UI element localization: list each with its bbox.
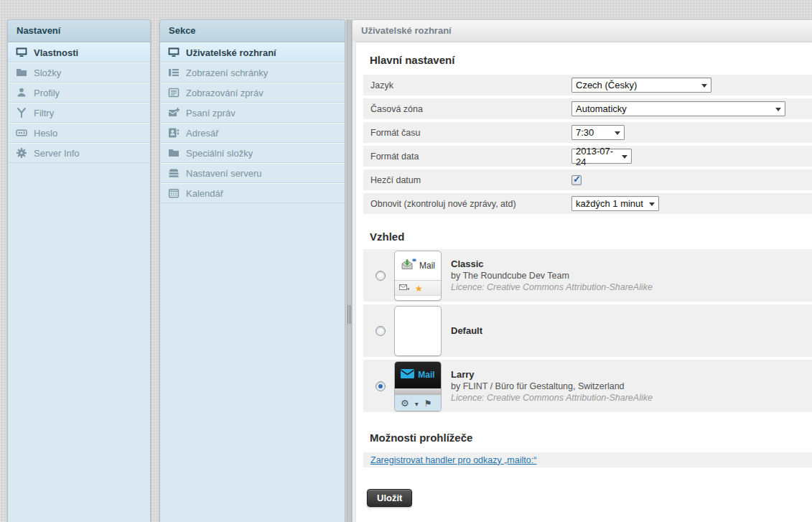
theme-thumbnail-default[interactable] [394,306,442,356]
section-item-label: Zobrazení schránky [186,67,268,78]
section-item-label: Speciální složky [186,148,253,159]
sidebar-item-label: Server Info [34,148,80,159]
theme-thumbnail-classic[interactable]: Mail [394,251,442,301]
section-item-specialni-slozky[interactable]: Speciální složky [160,143,345,163]
sidebar-item-label: Filtry [34,108,54,118]
time-format-select[interactable]: 7:30 [571,125,625,140]
star-icon [415,281,423,294]
message-view-icon [167,87,179,98]
chevron-down-icon [615,131,620,138]
theme-radio-default[interactable] [375,326,386,336]
person-icon [15,87,27,98]
select-value: 2013-07-24 [576,146,617,167]
sidebar-item-label: Heslo [34,128,57,139]
chevron-down-icon [622,155,627,162]
form-row-date-format: Formát data 2013-07-24 [363,146,812,167]
theme-row-default: Default [363,304,812,357]
theme-name: Default [451,325,482,336]
chevron-down-icon [415,396,419,409]
general-settings-heading: Hlavní nastavení [370,42,812,66]
save-button[interactable]: Uložit [367,489,412,507]
server-icon [167,167,179,179]
pretty-date-checkbox[interactable] [571,175,582,185]
sections-panel: Sekce Uživatelské rozhraní Zobrazení sch… [159,19,345,522]
sidebar-item-vlastnosti[interactable]: Vlastnosti [8,42,150,62]
theme-radio-classic[interactable] [375,271,386,281]
password-icon [15,127,27,139]
section-item-kalendar[interactable]: Kalendář [160,183,345,203]
mailto-handler-link[interactable]: Zaregistrovat handler pro odkazy „mailto… [370,455,536,465]
settings-panel: Nastavení Vlastnosti Složky Profily [7,19,151,522]
monitor-icon [167,47,179,58]
field-label: Časová zóna [363,104,571,114]
form-row-pretty-date: Hezčí datum [363,169,812,190]
field-label: Hezčí datum [363,175,571,185]
sidebar-item-slozky[interactable]: Složky [8,62,150,83]
section-item-label: Nastavení serveru [186,168,262,179]
page-title: Uživatelské rozhraní [353,20,812,42]
gear-icon [15,147,27,159]
section-item-zobrazovani-zprav[interactable]: Zobrazování zpráv [160,83,345,103]
sidebar-item-filtry[interactable]: Filtry [8,103,150,123]
section-item-uzivatelske-rozhrani[interactable]: Uživatelské rozhraní [160,42,345,62]
section-item-psani-zprav[interactable]: Psaní zpráv [160,103,345,123]
theme-thumbnail-larry[interactable]: Mail [394,361,442,411]
theme-radio-larry[interactable] [375,381,386,391]
section-item-nastaveni-serveru[interactable]: Nastavení serveru [160,163,345,183]
larry-thumb-label: Mail [418,370,434,380]
chevron-down-icon [649,202,655,209]
sidebar-item-label: Složky [34,67,61,78]
section-item-label: Zobrazování zpráv [186,88,263,98]
theme-info: Larry by FLINT / Büro für Gestaltung, Sw… [451,369,653,403]
compose-icon [167,107,179,118]
calendar-icon [167,187,179,199]
gear-icon [401,396,409,409]
classic-thumb-label: Mail [419,261,435,271]
flag-icon [424,396,432,409]
chevron-down-icon [701,84,707,90]
theme-row-classic: Mail Classic by The Roundcube Dev Team L… [363,249,812,302]
select-value: Czech (Česky) [576,80,637,90]
chevron-down-icon [775,108,781,114]
section-item-adresar[interactable]: Adresář [160,123,345,143]
sidebar-item-profily[interactable]: Profily [8,83,150,103]
sections-nav: Uživatelské rozhraní Zobrazení schránky … [160,42,345,203]
settings-panel-title: Nastavení [8,20,150,42]
theme-name: Larry [451,369,653,380]
form-row-language: Jazyk Czech (Česky) [363,75,812,95]
sidebar-item-heslo[interactable]: Heslo [8,123,150,143]
date-format-select[interactable]: 2013-07-24 [571,149,632,164]
timezone-select[interactable]: Automaticky [571,101,785,116]
theme-licence: Licence: Creative Commons Attribution-Sh… [451,282,653,292]
theme-info: Default [451,325,482,336]
sidebar-item-label: Profily [34,88,60,98]
preferences-panel: Uživatelské rozhraní Hlavní nastavení Ja… [352,19,812,522]
classic-message-tool-icon [399,281,410,294]
sidebar-item-server-info[interactable]: Server Info [8,143,150,163]
theme-name: Classic [451,258,653,269]
filter-icon [15,107,27,118]
select-value: Automaticky [576,103,627,114]
folder-icon [15,67,27,78]
section-item-label: Kalendář [186,188,223,199]
section-item-label: Uživatelské rozhraní [186,47,276,58]
preferences-content: Hlavní nastavení Jazyk Czech (Česky) Čas… [353,42,812,522]
form-row-timezone: Časová zóna Automaticky [363,98,812,119]
sidebar-item-label: Vlastnosti [34,47,78,58]
refresh-interval-select[interactable]: každých 1 minut [571,196,659,211]
language-select[interactable]: Czech (Česky) [571,78,711,93]
form-row-refresh-interval: Obnovit (zkontroluj nové zprávy, atd) ka… [363,193,812,214]
settings-nav: Vlastnosti Složky Profily Filtry [8,42,150,163]
splitter-grip-icon [347,305,351,324]
browser-options-row: Zaregistrovat handler pro odkazy „mailto… [363,452,812,467]
classic-mail-logo-icon [401,258,416,273]
select-value: každých 1 minut [576,198,643,209]
theme-author: by The Roundcube Dev Team [451,271,653,281]
field-label: Jazyk [363,80,571,90]
field-label: Obnovit (zkontroluj nové zprávy, atd) [363,199,571,209]
mailbox-view-icon [167,67,179,78]
browser-options-heading: Možnosti prohlížeče [370,415,812,444]
roundcube-settings-page: Nastavení Vlastnosti Složky Profily [0,0,812,522]
form-row-time-format: Formát času 7:30 [363,122,812,143]
section-item-zobrazeni-schranky[interactable]: Zobrazení schránky [160,62,345,83]
